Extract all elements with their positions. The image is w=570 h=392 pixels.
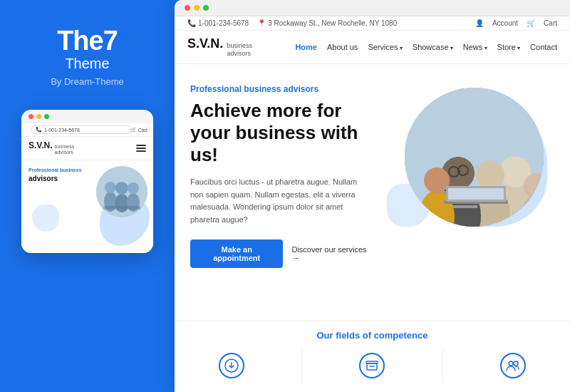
mobile-preview: 📞 1-001-234-5678 🛒 Cart S.V.N. business … xyxy=(21,110,153,253)
hero-photo-inner xyxy=(405,88,544,227)
site-topbar: 📞 1-001-234-5678 📍 3 Rockaway St., New R… xyxy=(175,16,570,31)
cart-label: Cart xyxy=(138,128,147,133)
mobile-hero-label: Professional business xyxy=(28,167,146,172)
field-icon-2 xyxy=(359,353,385,378)
nav-about[interactable]: About us xyxy=(327,43,358,51)
site-navbar: S.V.N. business advisors Home About us S… xyxy=(175,31,570,64)
mobile-blob-small xyxy=(32,205,59,232)
nav-contact[interactable]: Contact xyxy=(530,43,557,51)
mobile-url-bar: 📞 1-001-234-5678 xyxy=(31,125,130,134)
svg-point-2 xyxy=(105,182,116,193)
dot-green xyxy=(44,114,49,119)
browser-chrome xyxy=(175,0,570,16)
hamburger-menu[interactable] xyxy=(136,145,146,152)
field-icon-3 xyxy=(500,353,526,378)
cart-icon: 🛒 xyxy=(527,19,535,27)
left-panel: The7 Theme By Dream-Theme 📞 1-001-234-56… xyxy=(0,0,175,392)
logo-sub-l1: business xyxy=(55,144,75,149)
topbar-address: 📍 3 Rockaway St., New Rochelle, NY 1080 xyxy=(257,19,397,27)
phone-icon: 📞 xyxy=(187,19,196,27)
mobile-hero: Professional business advisors xyxy=(21,160,153,253)
svg-point-6 xyxy=(128,182,139,194)
nav-showcase[interactable]: Showcase xyxy=(413,43,453,51)
nav-home[interactable]: Home xyxy=(295,43,317,51)
mobile-hero-title: advisors xyxy=(28,174,93,183)
hero-left: Professional business advisors Achieve m… xyxy=(190,84,369,268)
topbar-account[interactable]: Account xyxy=(492,19,518,27)
field-icon-archive xyxy=(359,353,385,378)
mobile-nav-bar: S.V.N. business advisors xyxy=(21,137,153,160)
account-icon: 👤 xyxy=(475,19,484,27)
main-nav: Home About us Services Showcase News Sto… xyxy=(295,43,557,51)
mobile-hero-text: Professional business advisors xyxy=(28,167,146,183)
logo-sub-l2: advisors xyxy=(55,150,73,155)
field-icon-download xyxy=(219,353,244,378)
hero-section: Professional business advisors Achieve m… xyxy=(175,64,570,321)
svg-point-32 xyxy=(509,361,513,366)
topbar-right: 👤 Account 🛒 Cart xyxy=(475,19,557,27)
svg-line-25 xyxy=(459,171,461,172)
topbar-phone-number: 1-001-234-5678 xyxy=(198,19,249,27)
location-icon: 📍 xyxy=(257,19,266,27)
mobile-logo-sub: business advisors xyxy=(55,144,75,156)
hamburger-line1 xyxy=(136,145,146,146)
mobile-phone-number: 1-001-234-5678 xyxy=(44,128,80,133)
field-icon-people xyxy=(500,353,526,378)
mobile-cart: 🛒 Cart xyxy=(130,127,147,133)
brand-theme: Theme xyxy=(65,56,109,72)
hamburger-line2 xyxy=(136,148,146,149)
svg-point-4 xyxy=(115,182,128,195)
fields-title: Our fields of competence xyxy=(190,330,554,341)
nav-news[interactable]: News xyxy=(463,43,487,51)
logo-sub: business advisors xyxy=(227,42,252,58)
browser-dot-red xyxy=(185,5,190,11)
logo-sub-line1: business xyxy=(227,42,252,49)
hero-right xyxy=(383,84,554,241)
svg-rect-22 xyxy=(448,188,504,200)
nav-services[interactable]: Services xyxy=(368,43,402,51)
appointment-button[interactable]: Make an appointment xyxy=(190,239,283,268)
topbar-cart[interactable]: Cart xyxy=(544,19,557,27)
browser-dot-green xyxy=(203,5,209,11)
svg-rect-7 xyxy=(103,206,140,210)
logo-sub-line2: advisors xyxy=(227,50,251,57)
topbar-address-text: 3 Rockaway St., New Rochelle, NY 1080 xyxy=(268,19,397,27)
topbar-phone: 📞 1-001-234-5678 xyxy=(187,19,249,27)
hero-photo xyxy=(405,88,544,227)
field-icon-1 xyxy=(219,353,244,378)
svg-point-33 xyxy=(514,361,518,366)
mobile-url-row: 📞 1-001-234-5678 🛒 Cart xyxy=(21,123,153,137)
browser-dot-yellow xyxy=(194,5,200,11)
mobile-topbar xyxy=(21,110,153,123)
divider-1 xyxy=(301,348,302,383)
hero-title: Achieve more for your business with us! xyxy=(190,100,369,167)
svg-point-3 xyxy=(115,194,129,212)
brand-name: The7 xyxy=(57,27,118,54)
divider-2 xyxy=(442,348,443,383)
hero-description: Faucibus orci luctus - ut pharetra augue… xyxy=(190,176,369,226)
svg-point-19 xyxy=(424,167,450,193)
cart-icon: 🛒 xyxy=(130,127,137,133)
phone-icon: 📞 xyxy=(36,127,42,133)
nav-store[interactable]: Store xyxy=(497,43,521,51)
brand-by: By Dream-Theme xyxy=(51,76,124,87)
hero-label: Professional business advisors xyxy=(190,84,369,94)
mobile-logo: S.V.N. business advisors xyxy=(28,140,74,156)
site-logo: S.V.N. business advisors xyxy=(187,36,252,58)
bottom-section: Our fields of competence xyxy=(175,321,570,392)
topbar-left: 📞 1-001-234-5678 📍 3 Rockaway St., New R… xyxy=(187,19,397,27)
svg-point-12 xyxy=(476,160,504,189)
mobile-logo-main: S.V.N. xyxy=(28,140,53,150)
right-panel: 📞 1-001-234-5678 📍 3 Rockaway St., New R… xyxy=(175,0,570,392)
dot-red xyxy=(28,114,33,119)
people-svg xyxy=(405,88,544,227)
discover-button[interactable]: Discover our services → xyxy=(291,245,369,262)
hero-buttons: Make an appointment Discover our service… xyxy=(190,239,369,268)
fields-icons xyxy=(190,348,554,383)
logo-main: S.V.N. xyxy=(187,36,223,51)
hamburger-line3 xyxy=(136,150,146,152)
dot-yellow xyxy=(36,114,41,119)
